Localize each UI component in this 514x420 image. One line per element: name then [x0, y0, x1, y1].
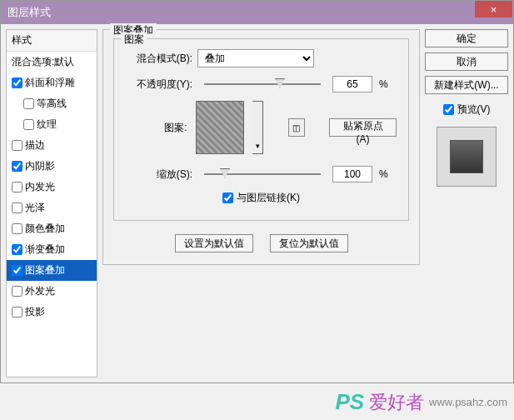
set-default-button[interactable]: 设置为默认值	[175, 234, 253, 252]
sidebar-checkbox-0[interactable]	[12, 78, 22, 88]
sidebar-label-0: 斜面和浮雕	[25, 76, 75, 90]
cancel-button[interactable]: 取消	[425, 52, 508, 71]
sidebar-checkbox-5[interactable]	[12, 182, 22, 192]
ok-button[interactable]: 确定	[425, 29, 508, 48]
scale-slider[interactable]	[204, 173, 321, 175]
watermark-url: www.psahz.com	[429, 396, 507, 408]
sidebar-label-4: 内阴影	[25, 159, 55, 173]
sidebar-checkbox-3[interactable]	[12, 140, 22, 151]
sidebar-item-4[interactable]: 内阴影	[7, 156, 97, 177]
inner-legend: 图案	[121, 32, 147, 47]
sidebar-checkbox-4[interactable]	[12, 161, 22, 172]
sidebar-label-9: 图案叠加	[25, 263, 65, 278]
sidebar-label-2: 纹理	[37, 118, 57, 132]
defaults-row: 设置为默认值 复位为默认值	[113, 234, 409, 252]
link-layer-checkbox[interactable]	[222, 192, 233, 203]
new-style-button[interactable]: 新建样式(W)...	[425, 76, 508, 94]
sidebar-label-1: 等高线	[37, 97, 67, 111]
preview-thumbnail	[437, 127, 497, 187]
opacity-percent: %	[379, 78, 388, 90]
opacity-label: 不透明度(Y):	[126, 78, 192, 92]
sidebar-item-9[interactable]: 图案叠加	[7, 260, 97, 281]
opacity-input[interactable]	[332, 76, 372, 92]
sidebar-item-10[interactable]: 外发光	[7, 281, 97, 302]
watermark-cn: 爱好者	[369, 390, 424, 415]
window-title: 图层样式	[7, 5, 51, 20]
sidebar-checkbox-10[interactable]	[12, 286, 22, 297]
styles-sidebar: 样式 混合选项:默认 斜面和浮雕等高线纹理描边内阴影内发光光泽颜色叠加渐变叠加图…	[6, 29, 97, 378]
scale-row: 缩放(S): %	[126, 166, 397, 182]
link-row: 与图层链接(K)	[126, 191, 397, 205]
sidebar-item-6[interactable]: 光泽	[7, 198, 97, 218]
new-pattern-icon[interactable]: ◫	[288, 118, 305, 137]
sidebar-label-10: 外发光	[25, 284, 55, 298]
sidebar-label-6: 光泽	[25, 201, 45, 215]
reset-default-button[interactable]: 复位为默认值	[270, 234, 348, 252]
link-layer-label: 与图层链接(K)	[237, 191, 300, 205]
sidebar-item-1[interactable]: 等高线	[7, 93, 97, 114]
sidebar-item-8[interactable]: 渐变叠加	[7, 239, 97, 260]
sidebar-item-7[interactable]: 颜色叠加	[7, 218, 97, 239]
sidebar-label-8: 渐变叠加	[25, 242, 65, 257]
right-panel: 确定 取消 新建样式(W)... 预览(V)	[425, 29, 508, 378]
scale-thumb[interactable]	[220, 168, 230, 178]
pattern-overlay-fieldset: 图案叠加 图案 混合模式(B): 叠加 不透明度(Y):	[102, 29, 420, 265]
sidebar-checkbox-2[interactable]	[23, 119, 34, 130]
pattern-label: 图案:	[126, 121, 187, 135]
watermark-ps: PS	[335, 389, 364, 415]
scale-label: 缩放(S):	[126, 168, 192, 182]
sidebar-item-3[interactable]: 描边	[7, 135, 97, 156]
sidebar-item-5[interactable]: 内发光	[7, 177, 97, 198]
sidebar-label-5: 内发光	[25, 180, 55, 194]
pattern-swatch[interactable]	[196, 101, 245, 154]
content-area: 样式 混合选项:默认 斜面和浮雕等高线纹理描边内阴影内发光光泽颜色叠加渐变叠加图…	[1, 24, 513, 382]
dialog-window: 图层样式 × 样式 混合选项:默认 斜面和浮雕等高线纹理描边内阴影内发光光泽颜色…	[0, 0, 514, 383]
titlebar[interactable]: 图层样式 ×	[1, 1, 513, 24]
sidebar-checkbox-8[interactable]	[12, 244, 22, 255]
sidebar-blend-options[interactable]: 混合选项:默认	[7, 52, 97, 72]
sidebar-label-7: 颜色叠加	[25, 222, 65, 236]
main-panel: 图案叠加 图案 混合模式(B): 叠加 不透明度(Y):	[102, 29, 420, 378]
pattern-row: 图案: ◫ 贴紧原点(A)	[126, 101, 397, 154]
blend-mode-label: 混合模式(B):	[126, 52, 192, 66]
sidebar-checkbox-7[interactable]	[12, 223, 22, 234]
blend-mode-select[interactable]: 叠加	[197, 49, 314, 68]
close-button[interactable]: ×	[475, 1, 512, 18]
blend-mode-row: 混合模式(B): 叠加	[126, 49, 397, 68]
sidebar-checkbox-9[interactable]	[12, 265, 22, 276]
preview-inner	[450, 140, 483, 173]
sidebar-header: 样式	[7, 30, 97, 52]
sidebar-checkbox-6[interactable]	[12, 202, 22, 213]
opacity-thumb[interactable]	[275, 78, 285, 88]
sidebar-label-11: 投影	[25, 305, 45, 319]
snap-origin-button[interactable]: 贴紧原点(A)	[329, 118, 397, 137]
preview-label: 预览(V)	[457, 102, 491, 117]
sidebar-item-2[interactable]: 纹理	[7, 114, 97, 135]
preview-row: 预览(V)	[425, 102, 508, 117]
watermark: PS 爱好者 www.psahz.com	[335, 389, 507, 415]
sidebar-item-11[interactable]: 投影	[7, 302, 97, 322]
opacity-row: 不透明度(Y): %	[126, 76, 397, 92]
scale-input[interactable]	[332, 166, 372, 182]
sidebar-label-3: 描边	[25, 138, 45, 152]
opacity-slider[interactable]	[204, 83, 321, 85]
sidebar-checkbox-11[interactable]	[12, 307, 22, 318]
scale-percent: %	[379, 168, 388, 180]
sidebar-blend-label: 混合选项:默认	[12, 55, 74, 69]
preview-checkbox[interactable]	[443, 104, 454, 115]
sidebar-checkbox-1[interactable]	[23, 98, 34, 109]
sidebar-item-0[interactable]: 斜面和浮雕	[7, 72, 97, 93]
pattern-fieldset: 图案 混合模式(B): 叠加 不透明度(Y): %	[113, 38, 409, 221]
pattern-dropdown[interactable]	[252, 101, 263, 154]
